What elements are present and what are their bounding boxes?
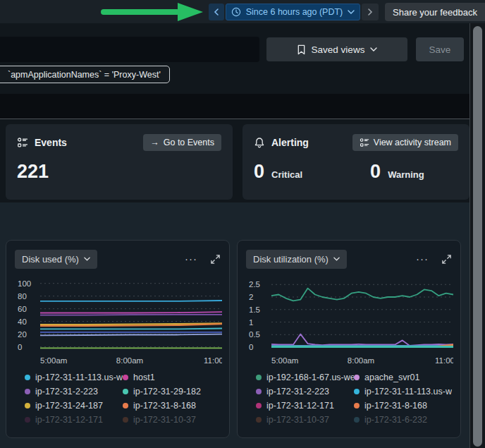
query-search-input[interactable] <box>0 37 259 62</box>
legend-color-dot <box>354 403 360 408</box>
critical-count: 0 <box>254 161 264 183</box>
svg-text:5:00am: 5:00am <box>40 356 67 365</box>
top-bar: Since 6 hours ago (PDT) Share your feedb… <box>0 0 485 23</box>
save-button[interactable]: Save <box>416 37 464 61</box>
legend-label: ip-172-31-2-223 <box>35 387 98 396</box>
legend-item[interactable]: ip-172-31-8-168 <box>123 400 221 411</box>
legend-item[interactable]: ip-172-31-8-168 <box>354 400 452 411</box>
chart-line <box>271 289 453 301</box>
expand-icon[interactable] <box>441 254 452 265</box>
legend-label: ip-172-31-12-171 <box>35 415 103 425</box>
legend-color-dot <box>354 375 360 380</box>
legend-item[interactable]: ip-192-168-1-67.us-we… <box>256 372 354 383</box>
legend-color-dot <box>354 417 360 423</box>
chart-line <box>40 315 222 315</box>
svg-text:80: 80 <box>18 292 27 301</box>
chevron-left-icon <box>214 8 219 16</box>
svg-text:40: 40 <box>18 317 27 326</box>
bell-icon <box>254 137 265 149</box>
alerting-card: Alerting View activity stream 0 Critical… <box>242 124 469 200</box>
warning-label: Warning <box>388 169 424 180</box>
svg-text:2: 2 <box>249 293 253 301</box>
share-feedback-button[interactable]: Share your feedback <box>385 3 485 21</box>
section-divider-band <box>0 94 485 119</box>
chart-line <box>40 312 222 313</box>
legend-item[interactable]: apache_svr01 <box>354 372 452 383</box>
legend-color-dot <box>256 375 262 380</box>
legend-color-dot <box>256 417 262 423</box>
legend-label: ip-192-168-1-67.us-we… <box>266 373 354 382</box>
chevron-down-icon <box>84 257 90 261</box>
legend-item[interactable]: ip-172-31-2-223 <box>256 386 354 397</box>
svg-text:0: 0 <box>18 343 22 351</box>
alerting-title: Alerting <box>271 137 309 148</box>
legend-item[interactable]: ip-172-31-12-171 <box>25 414 123 425</box>
bookmark-icon <box>297 44 306 55</box>
critical-metric: 0 Critical <box>254 161 302 183</box>
vertical-scrollbar-thumb[interactable] <box>473 26 482 447</box>
chart-line <box>271 334 453 346</box>
svg-text:11:00am: 11:00am <box>204 356 222 365</box>
disk-utilization-widget: Disk utilization (%) ··· 00.511.522.55:0… <box>237 240 461 438</box>
legend-item[interactable]: ip-172-31-29-182 <box>123 386 221 397</box>
legend-label: ip-172-31-11-113.us-we… <box>364 387 452 396</box>
svg-text:60: 60 <box>18 305 27 313</box>
disk-utilization-metric-dropdown[interactable]: Disk utilization (%) <box>246 250 347 269</box>
legend-color-dot <box>354 389 360 394</box>
disk-used-chart[interactable]: 0204060801005:00am8:00am11:00am <box>15 276 222 368</box>
view-activity-stream-button[interactable]: View activity stream <box>352 134 458 151</box>
chart-line <box>40 334 222 336</box>
legend-label: ip-172-31-8-168 <box>133 401 196 411</box>
vertical-scrollbar-track[interactable] <box>469 23 485 448</box>
disk-used-widget: Disk used (%) ··· 0204060801005:00am8:00… <box>6 240 230 438</box>
legend-item[interactable]: host1 <box>123 372 221 383</box>
go-to-events-button[interactable]: → Go to Events <box>143 134 221 151</box>
legend-item[interactable]: ip-172-31-10-37 <box>256 414 354 425</box>
svg-text:1.5: 1.5 <box>249 305 260 314</box>
disk-utilization-chart[interactable]: 00.511.522.55:00am8:00am11:00am <box>246 276 453 368</box>
legend-label: ip-172-31-24-187 <box>35 401 103 411</box>
time-range-previous-button[interactable] <box>209 4 224 20</box>
svg-text:8:00am: 8:00am <box>348 356 374 365</box>
warning-count: 0 <box>370 161 381 183</box>
chart-line <box>40 301 222 301</box>
clock-icon <box>231 7 241 17</box>
legend-color-dot <box>123 403 128 408</box>
arrow-right-icon: → <box>150 138 159 147</box>
chevron-right-icon <box>367 8 373 16</box>
disk-used-metric-dropdown[interactable]: Disk used (%) <box>15 250 97 269</box>
chevron-down-icon <box>348 10 355 14</box>
chevron-down-icon <box>333 257 340 261</box>
time-picker-button[interactable]: Since 6 hours ago (PDT) <box>226 4 360 20</box>
legend-item[interactable]: ip-172-31-2-223 <box>25 386 123 397</box>
time-range-next-button[interactable] <box>362 4 379 20</box>
filter-pill[interactable]: `apmApplicationNames` = 'Proxy-West' <box>0 66 170 83</box>
legend-item[interactable]: ip-172-31-10-37 <box>123 414 221 425</box>
chevron-down-icon <box>370 47 377 52</box>
widget-options-button[interactable]: ··· <box>183 255 199 262</box>
legend-label: ip-172-31-12-171 <box>266 401 334 411</box>
svg-text:0: 0 <box>249 343 253 351</box>
legend-item[interactable]: ip-172-31-12-171 <box>256 400 354 411</box>
legend-item[interactable]: ip-172-31-24-187 <box>25 400 123 411</box>
legend-label: ip-172-31-10-37 <box>133 415 196 425</box>
dashboard-screen: Since 6 hours ago (PDT) Share your feedb… <box>0 0 485 448</box>
legend-color-dot <box>123 375 128 380</box>
svg-text:0.5: 0.5 <box>249 330 260 339</box>
legend-label: ip-172-31-2-223 <box>266 387 329 396</box>
events-title: Events <box>35 137 67 148</box>
saved-views-button[interactable]: Saved views <box>266 37 407 61</box>
legend-label: ip-172-31-6-232 <box>364 415 427 425</box>
legend-item[interactable]: ip-172-31-11-113.us-we… <box>25 372 123 383</box>
legend-item[interactable]: ip-172-31-6-232 <box>354 414 452 425</box>
time-picker-label: Since 6 hours ago (PDT) <box>246 7 343 17</box>
expand-icon[interactable] <box>210 254 221 265</box>
critical-label: Critical <box>271 169 302 180</box>
events-card: Events → Go to Events 221 <box>6 124 233 200</box>
legend-label: host1 <box>133 373 155 382</box>
warning-metric: 0 Warning <box>370 161 424 183</box>
legend-item[interactable]: ip-172-31-11-113.us-we… <box>354 386 452 397</box>
legend-color-dot <box>25 417 30 423</box>
widget-options-button[interactable]: ··· <box>415 255 430 262</box>
legend-color-dot <box>123 417 128 423</box>
